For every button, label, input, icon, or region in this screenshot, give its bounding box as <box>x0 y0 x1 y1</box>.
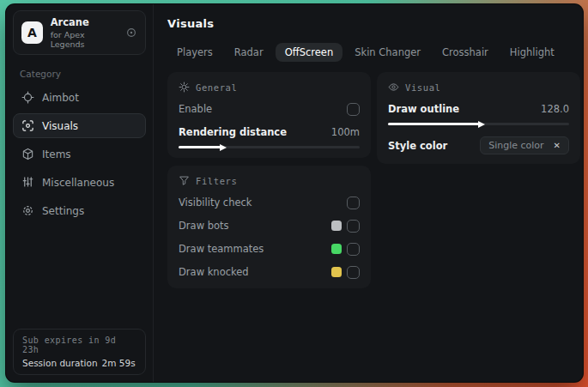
filters-panel-header: Filters <box>179 175 360 186</box>
general-panel-title: General <box>196 82 237 93</box>
sidebar-item-label: Settings <box>42 205 84 217</box>
app-header-card: A Arcane for Apex Legends <box>13 10 146 55</box>
slider-fill <box>388 123 479 125</box>
subscription-info-card: Sub expires in 9d 23h Session duration 2… <box>13 329 146 375</box>
style-color-select[interactable]: Single color ✕ <box>480 136 569 154</box>
sliders-icon <box>21 176 34 189</box>
eye-icon <box>388 82 399 93</box>
app-subtitle: for Apex Legends <box>51 30 118 49</box>
sidebar-item-label: Miscellaneous <box>42 177 114 189</box>
sidebar-item-label: Visuals <box>42 120 78 132</box>
tab-skin-changer[interactable]: Skin Changer <box>345 43 430 62</box>
slider-fill <box>179 146 221 148</box>
enable-checkbox[interactable] <box>347 103 360 116</box>
cube-icon <box>21 148 34 160</box>
enable-label: Enable <box>179 103 212 115</box>
sub-expires-text: Sub expires in 9d 23h <box>22 336 136 354</box>
draw-bots-label: Draw bots <box>179 220 229 232</box>
draw-teammates-checkbox[interactable] <box>347 243 360 256</box>
style-color-row: Style color Single color ✕ <box>388 136 569 154</box>
filters-panel-title: Filters <box>196 176 237 186</box>
draw-outline-slider[interactable] <box>388 123 569 125</box>
sidebar: A Arcane for Apex Legends Category Aimbo… <box>6 4 154 382</box>
visibility-check-checkbox[interactable] <box>347 197 360 209</box>
visual-panel-header: Visual <box>388 82 569 93</box>
app-name: Arcane <box>51 16 118 28</box>
draw-outline-value: 128.0 <box>541 103 569 115</box>
visual-panel: Visual Draw outline 128.0 Style color Si… <box>377 72 580 164</box>
eye-scan-icon <box>21 119 34 132</box>
draw-bots-color-swatch[interactable] <box>331 221 342 231</box>
tab-bar: Players Radar OffScreen Skin Changer Cro… <box>167 43 580 62</box>
draw-knocked-color-swatch[interactable] <box>331 267 342 277</box>
general-panel-header: General <box>179 82 360 93</box>
rendering-distance-label: Rendering distance <box>179 126 287 138</box>
sun-icon <box>179 82 190 93</box>
crosshair-icon <box>21 91 34 104</box>
sidebar-item-label: Items <box>42 148 71 160</box>
sidebar-item-visuals[interactable]: Visuals <box>13 113 146 138</box>
draw-bots-checkbox[interactable] <box>347 220 360 233</box>
target-icon[interactable] <box>125 27 137 39</box>
app-logo: A <box>21 21 43 44</box>
style-color-label: Style color <box>388 140 447 152</box>
filters-panel: Filters Visibility check Draw bots <box>167 166 371 288</box>
tab-radar[interactable]: Radar <box>225 43 273 62</box>
enable-row: Enable <box>179 102 360 116</box>
tab-crosshair[interactable]: Crosshair <box>433 43 498 62</box>
draw-outline-row: Draw outline 128.0 <box>388 102 569 116</box>
sidebar-item-miscellaneous[interactable]: Miscellaneous <box>13 170 146 195</box>
main-content: Visuals Players Radar OffScreen Skin Cha… <box>154 4 583 382</box>
rendering-distance-row: Rendering distance 100m <box>179 125 360 139</box>
gear-icon <box>21 204 34 217</box>
session-duration-label: Session duration <box>22 358 98 368</box>
app-title-block: Arcane for Apex Legends <box>51 16 118 49</box>
visual-panel-title: Visual <box>405 82 441 93</box>
rendering-distance-slider[interactable] <box>179 146 360 148</box>
sidebar-item-items[interactable]: Items <box>13 142 146 166</box>
clear-icon[interactable]: ✕ <box>554 141 561 150</box>
tab-offscreen[interactable]: OffScreen <box>276 43 343 62</box>
sidebar-item-aimbot[interactable]: Aimbot <box>13 85 146 110</box>
category-label: Category <box>20 69 139 79</box>
app-window: A Arcane for Apex Legends Category Aimbo… <box>6 4 583 382</box>
draw-teammates-row: Draw teammates <box>179 242 360 256</box>
general-panel: General Enable Rendering distance 100m <box>167 72 371 158</box>
draw-bots-row: Draw bots <box>179 219 360 233</box>
tab-highlight[interactable]: Highlight <box>500 43 564 62</box>
sidebar-item-settings[interactable]: Settings <box>13 198 146 223</box>
page-title: Visuals <box>167 17 580 30</box>
tab-players[interactable]: Players <box>167 43 222 62</box>
visibility-check-row: Visibility check <box>179 196 360 209</box>
draw-knocked-row: Draw knocked <box>179 265 360 279</box>
funnel-icon <box>179 175 190 186</box>
draw-knocked-label: Draw knocked <box>179 266 249 278</box>
draw-outline-label: Draw outline <box>388 103 459 115</box>
style-color-selected-option: Single color <box>488 140 543 151</box>
rendering-distance-value: 100m <box>331 126 360 138</box>
draw-knocked-checkbox[interactable] <box>347 266 360 279</box>
sidebar-item-label: Aimbot <box>42 92 79 104</box>
session-duration-value: 2m 59s <box>102 358 136 368</box>
draw-teammates-color-swatch[interactable] <box>331 244 342 254</box>
draw-teammates-label: Draw teammates <box>179 243 264 255</box>
visibility-check-label: Visibility check <box>179 197 252 209</box>
session-duration-row: Session duration 2m 59s <box>22 358 136 368</box>
